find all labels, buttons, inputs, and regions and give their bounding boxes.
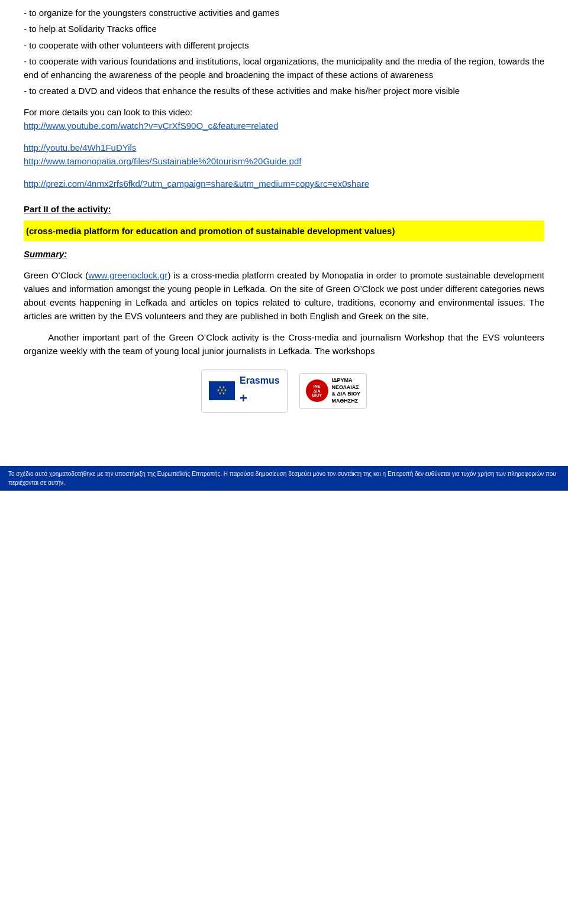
summary-paragraph-1: Green O’Clock (www.greenoclock.gr) is a … <box>24 268 544 323</box>
footer-disclaimer: Το σχέδιο αυτό χρηματοδοτήθηκε με την υπ… <box>0 466 568 491</box>
link2[interactable]: http://youtu.be/4Wh1FuDYils <box>24 142 136 153</box>
part-title: Part II of the activity: <box>24 202 544 216</box>
highlighted-box: (cross-media platform for education and … <box>24 221 544 241</box>
page-content: - to organize for the youngsters constru… <box>0 0 568 466</box>
link4-paragraph: http://prezi.com/4nmx2rfs6fkd/?utm_campa… <box>24 177 544 190</box>
list-item: - to cooperate with various foundations … <box>24 54 544 82</box>
summary-label: Summary: <box>24 247 544 261</box>
link1-paragraph: http://www.youtube.com/watch?v=vCrXfS90O… <box>24 119 544 132</box>
bullet-list: - to organize for the youngsters constru… <box>24 6 544 98</box>
link3-paragraph: http://www.tamonopatia.org/files/Sustain… <box>24 154 544 168</box>
footer-logos: Erasmus + ΙΝΕΔΙΑΒΙΟΥ ΙΔΡΥΜΑ ΝΕΟΛΑΙΑΣ & Δ… <box>24 369 544 413</box>
idryma-label: ΙΔΡΥΜΑ ΝΕΟΛΑΙΑΣ & ΔΙΑ ΒΙΟΥ ΜΑΘΗΣΗΣ <box>332 377 360 405</box>
link3[interactable]: http://www.tamonopatia.org/files/Sustain… <box>24 156 301 166</box>
summary-paragraph-2: Another important part of the Green O’Cl… <box>24 330 544 358</box>
list-item: - to organize for the youngsters constru… <box>24 6 544 20</box>
for-more-details-text: For more details you can look to this vi… <box>24 105 544 119</box>
list-item: - to help at Solidarity Tracks office <box>24 22 544 35</box>
link4[interactable]: http://prezi.com/4nmx2rfs6fkd/?utm_campa… <box>24 179 369 189</box>
link2-paragraph: http://youtu.be/4Wh1FuDYils <box>24 141 544 154</box>
list-item: - to created a DVD and videos that enhan… <box>24 84 544 98</box>
idryma-icon: ΙΝΕΔΙΑΒΙΟΥ <box>306 380 328 402</box>
idryma-logo: ΙΝΕΔΙΑΒΙΟΥ ΙΔΡΥΜΑ ΝΕΟΛΑΙΑΣ & ΔΙΑ ΒΙΟΥ ΜΑ… <box>299 373 367 409</box>
erasmus-logo: Erasmus + <box>201 369 288 413</box>
list-item: - to cooperate with other volunteers wit… <box>24 38 544 52</box>
eu-flag-icon <box>209 381 235 400</box>
link1[interactable]: http://www.youtube.com/watch?v=vCrXfS90O… <box>24 121 278 131</box>
summary-link[interactable]: www.greenoclock.gr <box>88 270 167 280</box>
erasmus-text-block: Erasmus + <box>240 374 280 408</box>
